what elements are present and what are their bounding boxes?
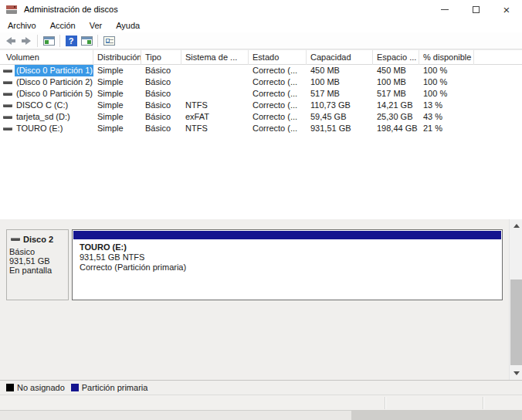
app-icon: [6, 5, 17, 14]
volume-free: 14,21 GB: [373, 100, 419, 111]
unallocated-swatch: [6, 384, 14, 391]
disk-size: 931,51 GB: [9, 256, 68, 266]
column-header-tipo[interactable]: Tipo: [141, 50, 181, 65]
volume-icon: [3, 69, 12, 73]
volume-free: 450 MB: [373, 65, 419, 76]
volume-row[interactable]: TOURO (E:) Simple Básico NTFS Correcto (…: [0, 123, 522, 134]
volume-pct: 100 %: [419, 88, 474, 100]
minimize-icon: [441, 9, 449, 10]
volume-status: Correcto (...: [249, 100, 307, 111]
volume-fs: NTFS: [181, 123, 249, 134]
scroll-down-icon: [514, 371, 520, 375]
volume-fs: NTFS: [181, 100, 249, 111]
disk-name: Disco 2: [23, 235, 53, 244]
statusbar-separator: [385, 397, 385, 409]
volume-fs: [181, 65, 249, 76]
properties-button[interactable]: [101, 33, 117, 49]
properties-icon: [103, 36, 115, 46]
column-header-sistema[interactable]: Sistema de ...: [181, 50, 249, 65]
partition-status: Correcto (Partición primaria): [80, 262, 501, 273]
console-tree-button[interactable]: [41, 33, 56, 49]
toolbar-separator: [97, 35, 98, 47]
titlebar: Administración de discos ×: [0, 0, 522, 19]
legend-unallocated-label: No asignado: [17, 383, 65, 392]
volume-name: tarjeta_sd (D:): [15, 111, 72, 123]
volume-row[interactable]: tarjeta_sd (D:) Simple Básico exFAT Corr…: [0, 111, 522, 123]
volume-row[interactable]: (Disco 0 Partición 1) Simple Básico Corr…: [0, 65, 522, 76]
volume-free: 517 MB: [373, 88, 419, 100]
volume-status: Correcto (...: [249, 111, 307, 123]
disk-label[interactable]: Disco 2 Básico 931,51 GB En pantalla: [6, 229, 69, 300]
scrollbar-thumb[interactable]: [510, 279, 522, 365]
toolbar: ?: [0, 32, 522, 49]
partition-box[interactable]: TOURO (E:) 931,51 GB NTFS Correcto (Part…: [72, 229, 503, 300]
volume-type: Básico: [141, 100, 181, 111]
volume-name: DISCO C (C:): [15, 100, 69, 111]
volume-capacity: 450 MB: [307, 65, 373, 76]
status-bar: [0, 395, 522, 410]
menubar: Archivo Acción Ver Ayuda: [0, 19, 522, 32]
column-header-disponible[interactable]: % disponible: [419, 50, 474, 65]
volume-list-header: Volumen Distribución Tipo Sistema de ...…: [0, 49, 522, 65]
help-button[interactable]: ?: [63, 33, 79, 49]
graphical-view-panel: Disco 2 Básico 931,51 GB En pantalla TOU…: [0, 219, 522, 380]
menu-accion[interactable]: Acción: [43, 19, 83, 32]
volume-fs: [181, 88, 249, 100]
partition-info: TOURO (E:) 931,51 GB NTFS Correcto (Part…: [73, 239, 501, 273]
legend-bar: No asignado Partición primaria: [0, 380, 522, 395]
volume-capacity: 931,51 GB: [307, 123, 373, 134]
toolbar-separator: [59, 35, 60, 47]
volume-layout: Simple: [93, 123, 141, 134]
column-header-espacio[interactable]: Espacio ...: [373, 50, 419, 65]
console-tree-icon: [43, 36, 55, 46]
volume-list: Volumen Distribución Tipo Sistema de ...…: [0, 49, 522, 219]
menu-ayuda[interactable]: Ayuda: [109, 19, 147, 32]
back-icon: [6, 37, 15, 45]
scroll-down-button[interactable]: [510, 367, 522, 380]
column-header-volumen[interactable]: Volumen: [0, 50, 93, 65]
volume-pct: 100 %: [419, 76, 474, 88]
volume-row[interactable]: DISCO C (C:) Simple Básico NTFS Correcto…: [0, 100, 522, 111]
back-button[interactable]: [3, 33, 19, 49]
partition-title: TOURO (E:): [80, 242, 501, 252]
menu-ver[interactable]: Ver: [83, 19, 110, 32]
volume-capacity: 59,45 GB: [307, 111, 373, 123]
volume-icon: [3, 116, 12, 119]
minimize-button[interactable]: [429, 1, 460, 19]
volume-icon: [3, 104, 12, 107]
legend-primary-label: Partición primaria: [82, 383, 148, 392]
bottom-strip-left: [0, 410, 351, 420]
menu-archivo[interactable]: Archivo: [1, 19, 43, 32]
maximize-icon: [473, 6, 480, 13]
volume-row[interactable]: (Disco 0 Partición 5) Simple Básico Corr…: [0, 88, 522, 100]
volume-capacity: 517 MB: [307, 88, 373, 100]
volume-free: 25,30 GB: [373, 111, 419, 123]
volume-layout: Simple: [93, 65, 141, 76]
volume-name: (Disco 0 Partición 5): [15, 88, 93, 100]
disk-status: En pantalla: [9, 266, 68, 275]
volume-pct: 100 %: [419, 65, 474, 76]
help-icon: ?: [66, 36, 77, 46]
maximize-button[interactable]: [460, 1, 491, 19]
volume-status: Correcto (...: [249, 88, 307, 100]
volume-layout: Simple: [93, 88, 141, 100]
action-pane-button[interactable]: [79, 33, 94, 49]
column-header-capacidad[interactable]: Capacidad: [307, 50, 373, 65]
column-header-distribucion[interactable]: Distribución: [93, 50, 141, 65]
window-title: Administración de discos: [24, 5, 429, 14]
forward-button[interactable]: [19, 33, 34, 49]
vertical-scrollbar[interactable]: [509, 219, 522, 380]
statusbar-separator: [483, 397, 483, 409]
volume-fs: exFAT: [181, 111, 249, 123]
disk-icon: [11, 238, 20, 241]
scroll-up-button[interactable]: [510, 219, 522, 232]
disk-row-disco2: Disco 2 Básico 931,51 GB En pantalla TOU…: [0, 229, 522, 300]
volume-row[interactable]: (Disco 0 Partición 2) Simple Básico Corr…: [0, 76, 522, 88]
volume-capacity: 100 MB: [307, 76, 373, 88]
scroll-up-icon: [514, 224, 520, 228]
volume-layout: Simple: [93, 100, 141, 111]
volume-layout: Simple: [93, 76, 141, 88]
close-button[interactable]: ×: [491, 1, 522, 19]
bottom-strip-right: [351, 410, 522, 420]
column-header-estado[interactable]: Estado: [249, 50, 307, 65]
